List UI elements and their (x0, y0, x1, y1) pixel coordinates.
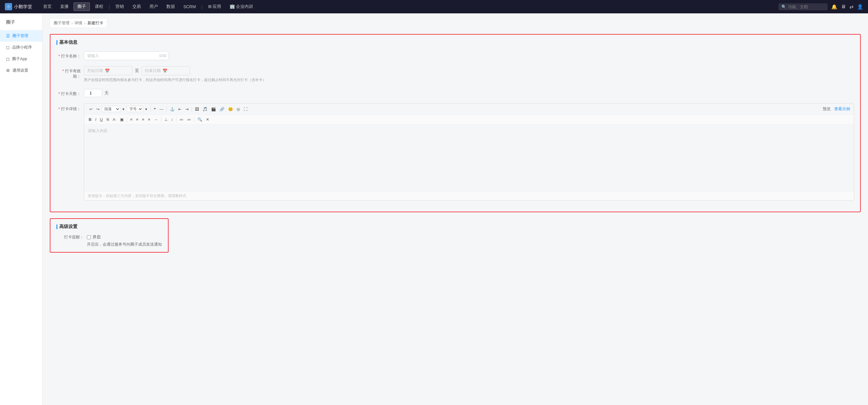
required-star-detail: * (58, 106, 60, 111)
special-btn[interactable]: ◎ (235, 106, 242, 112)
nav-data[interactable]: 数据 (163, 3, 179, 11)
font-size-select[interactable]: 字号 12 14 16 (127, 106, 143, 112)
name-input-wrapper: 0/30 (84, 51, 169, 60)
paragraph-select[interactable]: 段落 标题1 标题2 (102, 106, 120, 112)
editor-header: ↩ ↪ 段落 标题1 标题2 ▾ 字号 12 (84, 103, 854, 115)
align-center-btn[interactable]: ≡ (134, 117, 140, 122)
align-right-btn[interactable]: ≡ (141, 117, 146, 122)
sidebar-item-circle-mgmt[interactable]: ☰ 圈子管理 (0, 30, 42, 41)
editor-footer: 友情提示：粘贴第三方内容，若排版不符合预期，需调整样式 (84, 191, 854, 200)
days-control: 天 (84, 89, 854, 97)
sidebar-item-label-app: 圈子App (12, 56, 27, 62)
example-button[interactable]: 查看示例 (834, 106, 850, 112)
sidebar-item-mini-program[interactable]: ◻ 品牌小程序 (0, 41, 42, 53)
avatar[interactable]: 👤 (857, 4, 863, 10)
nav-scrm[interactable]: SCRM (180, 3, 199, 10)
align-left-btn[interactable]: ≡ (128, 117, 134, 122)
validity-control: 开始日期 📅 至 结束日期 📅 用户在指定时间范围内报名参与打卡，到达开始时间用… (84, 66, 854, 83)
quote-btn[interactable]: ❝ (152, 106, 157, 112)
reminder-checkbox-label[interactable]: 开启 (93, 235, 100, 240)
required-star-validity: * (62, 69, 64, 73)
underline-btn[interactable]: U (98, 117, 104, 122)
ordered-list-btn[interactable]: ≔ (186, 117, 192, 122)
anchor-btn[interactable]: ⚓ (168, 106, 176, 112)
days-input[interactable] (84, 89, 102, 97)
valign-btn[interactable]: ⊥ (163, 117, 169, 122)
breadcrumb-circle-mgmt[interactable]: 圈子管理 (54, 20, 69, 26)
page-layout: 圈子 ☰ 圈子管理 ◻ 品牌小程序 ◻ 圈子App ⚙ 通用设置 圈子管理 › … (0, 13, 868, 405)
link-btn[interactable]: 🔗 (218, 106, 226, 112)
name-count: 0/30 (159, 54, 166, 58)
preview-button[interactable]: 预览 (823, 106, 831, 112)
video-btn[interactable]: 🎬 (210, 106, 217, 112)
reminder-hint-text: 开启后，会通过服务号向圈子成员发送通知 (87, 242, 162, 247)
nav-user[interactable]: 用户 (146, 3, 162, 11)
toolbar-sep-2 (166, 106, 167, 112)
reminder-label: 打卡提醒： (57, 235, 84, 240)
logo-icon: 小 (5, 3, 12, 10)
audio-btn[interactable]: 🎵 (201, 106, 209, 112)
unordered-list-btn[interactable]: ≔ (178, 117, 185, 122)
editor-right-btns: 预览 查看示例 (823, 106, 850, 112)
advanced-title: 高级设置 (57, 224, 162, 229)
clear-format-btn[interactable]: ✕ (205, 117, 211, 122)
name-control: 0/30 (84, 51, 854, 60)
nav-trade[interactable]: 交易 (129, 3, 145, 11)
nav-app[interactable]: ⊞ 应用 (205, 3, 225, 11)
image-btn[interactable]: 🖼 (193, 106, 200, 112)
validity-hint: 用户在指定时间范围内报名参与打卡，到达开始时间用户可进行报名打卡，超过截止时间不… (84, 77, 854, 83)
end-date-input[interactable]: 结束日期 📅 (142, 66, 190, 75)
italic-btn[interactable]: I (94, 117, 98, 122)
indent-more-btn[interactable]: → (152, 117, 159, 122)
bold-btn[interactable]: B (87, 117, 93, 122)
nav-circle[interactable]: 圈子 (73, 2, 90, 11)
switch-icon[interactable]: ⇄ (849, 4, 854, 10)
required-star: * (58, 54, 60, 58)
spacing-btn[interactable]: ↕ (170, 117, 175, 122)
para-arrow[interactable]: ▾ (121, 106, 126, 112)
search-input[interactable] (788, 5, 825, 9)
sidebar-item-general-settings[interactable]: ⚙ 通用设置 (0, 65, 42, 76)
nav-live[interactable]: 直播 (57, 3, 72, 11)
fullscreen-btn[interactable]: ⛶ (242, 106, 249, 112)
app-name: 小鹅学堂 (14, 4, 32, 10)
font-color-btn[interactable]: A· (111, 117, 118, 122)
reminder-checkbox[interactable] (87, 235, 91, 239)
sidebar-title: 圈子 (0, 20, 42, 30)
sidebar: 圈子 ☰ 圈子管理 ◻ 品牌小程序 ◻ 圈子App ⚙ 通用设置 (0, 13, 42, 405)
settings-icon: ⚙ (6, 68, 10, 73)
zoom-in-btn[interactable]: 🔍 (196, 117, 204, 122)
breadcrumb-detail[interactable]: 详情 (74, 20, 82, 26)
undo-btn[interactable]: ↩ (88, 106, 94, 112)
search-box[interactable]: 🔍 (778, 3, 828, 10)
sidebar-item-label-settings: 通用设置 (12, 68, 28, 73)
form-row-name: * 打卡名称： 0/30 (57, 51, 854, 60)
nav-enterprise[interactable]: 🏢 企业内训 (226, 3, 257, 11)
bg-color-btn[interactable]: ▣ (119, 117, 125, 122)
date-range: 开始日期 📅 至 结束日期 📅 (84, 66, 854, 75)
form-row-detail: * 打卡详情： ↩ ↪ 段落 标题1 (57, 103, 854, 201)
emoji-btn[interactable]: 😊 (226, 106, 235, 112)
align-justify-btn[interactable]: ≡ (146, 117, 152, 122)
start-date-input[interactable]: 开始日期 📅 (84, 66, 132, 75)
editor-content-area[interactable]: 请输入内容 (84, 124, 854, 191)
strikethrough-btn[interactable]: S (105, 117, 111, 122)
app-logo: 小 小鹅学堂 (5, 3, 32, 10)
form-row-days: * 打卡天数： 天 (57, 89, 854, 97)
bell-icon[interactable]: 🔔 (831, 4, 837, 10)
name-input[interactable] (84, 51, 169, 60)
sidebar-item-app[interactable]: ◻ 圈子App (0, 53, 42, 65)
font-arrow[interactable]: ▾ (144, 106, 149, 112)
nav-course[interactable]: 课程 (91, 3, 107, 11)
nav-marketing[interactable]: 营销 (112, 3, 128, 11)
date-separator: 至 (135, 68, 139, 73)
hr-btn[interactable]: — (158, 106, 165, 112)
toolbar-sep-3 (192, 106, 192, 112)
indent-right-btn[interactable]: ⇥ (184, 106, 190, 112)
indent-left-btn[interactable]: ⇤ (177, 106, 183, 112)
nav-right: 🔍 🔔 🖥 ⇄ 👤 (778, 3, 863, 10)
nav-home[interactable]: 首页 (39, 3, 55, 11)
redo-btn[interactable]: ↪ (95, 106, 101, 112)
toolbar-sep-7 (194, 117, 194, 122)
monitor-icon[interactable]: 🖥 (841, 4, 846, 9)
